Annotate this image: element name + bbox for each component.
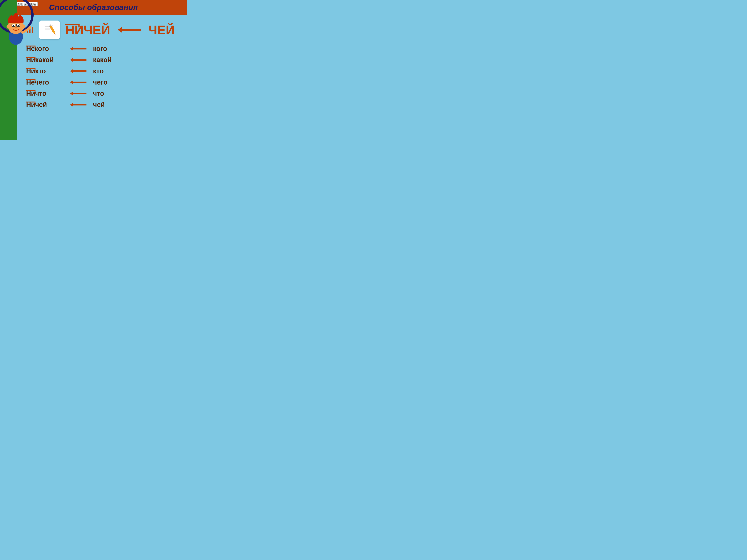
word-row-nikto: Никто кто — [26, 67, 179, 75]
top-arrow — [118, 27, 141, 33]
arrow-line — [73, 104, 86, 105]
arrow-nechego — [70, 80, 86, 85]
svg-point-9 — [15, 27, 17, 28]
arrow-head — [70, 91, 73, 96]
words-section: Некого кого Никакой какой Никто — [26, 45, 179, 109]
arrow-line — [73, 59, 86, 61]
arrow-head — [70, 103, 73, 107]
arrow-line — [73, 93, 86, 94]
word-row-nechego: Нечего чего — [26, 78, 179, 86]
word-row-nikakoy: Никакой какой — [26, 56, 179, 64]
page-title: Способы образования — [49, 3, 138, 12]
svg-point-7 — [13, 25, 15, 26]
arrow-nikakoy — [70, 58, 86, 62]
word-nikto: Никто — [26, 67, 67, 75]
main-content: III НИЧЕЙ — [19, 15, 187, 140]
word-row-nekogo: Некого кого — [26, 45, 179, 53]
arrow-head — [118, 27, 122, 33]
svg-point-10 — [6, 25, 9, 29]
word-kakoy: какой — [93, 56, 112, 64]
arrow-nekogo — [70, 47, 86, 51]
word-nechego: Нечего — [26, 78, 67, 86]
word-nichto: Ничто — [26, 89, 67, 98]
arrow-nikto — [70, 69, 86, 73]
word-kogo: кого — [93, 45, 107, 53]
arrow-nichto — [70, 91, 86, 96]
arrow-line — [122, 29, 141, 31]
logo-letter: А — [33, 3, 36, 6]
word-row-nichto: Ничто что — [26, 89, 179, 98]
word-nekogo: Некого — [26, 45, 67, 53]
top-row: III НИЧЕЙ — [26, 21, 179, 39]
word-chey-big: ЧЕЙ — [148, 23, 175, 37]
svg-rect-16 — [45, 29, 50, 30]
arrow-line — [73, 82, 86, 83]
word-nichey-small: Ничей — [26, 101, 67, 109]
pencil-icon-box — [39, 21, 60, 39]
arrow-head — [70, 58, 73, 62]
word-chey-small: чей — [93, 101, 105, 109]
arrow-line — [73, 48, 86, 50]
word-kto: кто — [93, 67, 104, 75]
arrow-head — [70, 47, 73, 51]
arrow-head — [70, 69, 73, 73]
word-chto: что — [93, 89, 104, 98]
arrow-head — [70, 80, 73, 85]
word-row-nichey: Ничей чей — [26, 101, 179, 109]
svg-point-8 — [18, 25, 19, 26]
word-chego: чего — [93, 78, 107, 86]
word-nichey: НИЧЕЙ — [66, 23, 110, 37]
arrow-line — [73, 70, 86, 72]
arrow-nichey-small — [70, 103, 86, 107]
cartoon-character — [1, 12, 31, 46]
svg-point-11 — [22, 25, 25, 29]
word-nikakoy: Никакой — [26, 56, 67, 64]
